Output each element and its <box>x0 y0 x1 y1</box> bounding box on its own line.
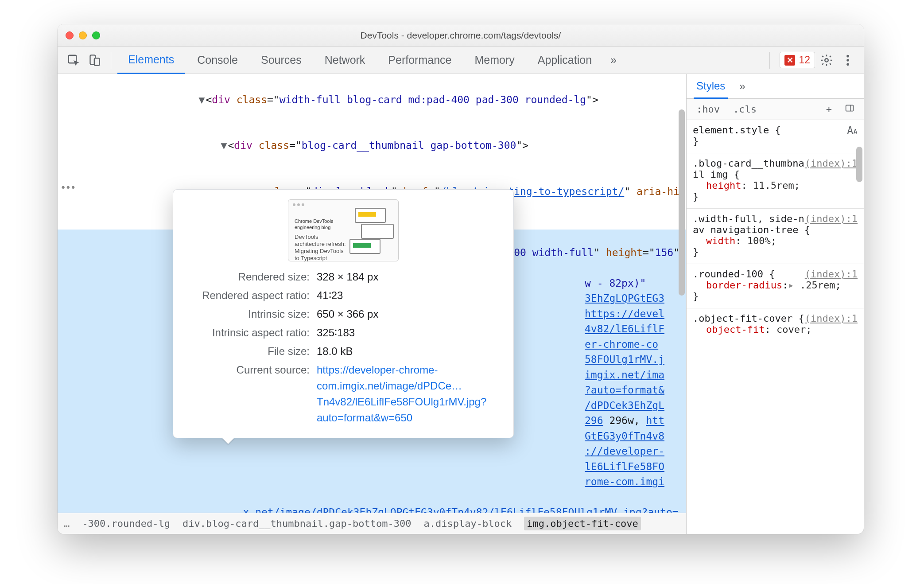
more-options-icon[interactable] <box>838 51 858 70</box>
styles-scrollbar[interactable] <box>856 147 862 182</box>
dom-fragment: rome-com.imgi <box>58 474 686 490</box>
hov-toggle[interactable]: :hov <box>693 103 723 116</box>
new-rule-icon[interactable]: + <box>823 103 835 116</box>
settings-icon[interactable] <box>817 51 836 70</box>
current-source-link[interactable]: https://developer-chrome-com.imgix.net/i… <box>317 364 486 424</box>
styles-tabs-overflow-icon[interactable]: » <box>737 74 748 98</box>
style-rule[interactable]: (index):1 .object-fit-cover { object-fit… <box>687 308 864 341</box>
dom-tree[interactable]: ••• ▼<div class="width-full blog-card md… <box>58 74 686 513</box>
toolbar-separator <box>769 52 770 69</box>
rule-source-link[interactable]: (index):1 <box>805 158 858 169</box>
svg-point-6 <box>846 63 849 66</box>
styles-tabs: Styles » <box>687 74 864 99</box>
svg-point-4 <box>846 55 849 57</box>
thumbnail-preview: Chrome DevTools engineering blog DevTool… <box>288 199 399 261</box>
device-toolbar-icon[interactable] <box>85 51 105 70</box>
rendered-size-row: Rendered size:328 × 184 px <box>186 268 501 286</box>
file-size-row: File size:18.0 kB <box>186 342 501 361</box>
tab-styles[interactable]: Styles <box>694 74 728 99</box>
error-icon: ✕ <box>784 55 795 66</box>
image-hover-tooltip: Chrome DevTools engineering blog DevTool… <box>173 189 514 438</box>
breadcrumb-item[interactable]: div.blog-card__thumbnail.gap-bottom-300 <box>182 518 412 529</box>
style-rule[interactable]: (index):1 .width-full, side-nav navigati… <box>687 209 864 264</box>
tabs-overflow-icon[interactable]: » <box>604 47 623 74</box>
breadcrumb-item[interactable]: a.display-block <box>424 518 512 529</box>
devtools-toolbar: Elements Console Sources Network Perform… <box>58 47 864 74</box>
svg-point-5 <box>846 59 849 62</box>
rendered-aspect-row: Rendered aspect ratio:41∶23 <box>186 286 501 305</box>
svg-rect-2 <box>94 58 100 65</box>
dom-scrollbar[interactable] <box>679 109 685 296</box>
cls-toggle[interactable]: .cls <box>730 103 760 116</box>
thumb-subtitle: DevTools architecture refresh: Migrating… <box>295 234 348 262</box>
styles-toolbar: :hov .cls + <box>687 99 864 120</box>
tab-console[interactable]: Console <box>186 47 248 74</box>
console-errors-badge[interactable]: ✕ 12 <box>780 52 815 68</box>
tab-memory[interactable]: Memory <box>464 47 525 74</box>
styles-rules[interactable]: AA element.style { } (index):1 .blog-car… <box>687 120 864 534</box>
elements-panel: ••• ▼<div class="width-full blog-card md… <box>58 74 687 534</box>
tab-performance[interactable]: Performance <box>377 47 462 74</box>
tab-network[interactable]: Network <box>314 47 376 74</box>
toolbar-separator <box>111 52 111 69</box>
dom-breadcrumbs: … -300.rounded-lg div.blog-card__thumbna… <box>58 513 686 534</box>
minimize-window-button[interactable] <box>79 31 87 39</box>
tab-application[interactable]: Application <box>527 47 602 74</box>
devtools-body: ••• ▼<div class="width-full blog-card md… <box>58 74 864 534</box>
selection-marker-icon: ••• <box>60 180 75 195</box>
intrinsic-aspect-row: Intrinsic aspect ratio:325∶183 <box>186 323 501 342</box>
dom-fragment: x.net/image/dPDCek3EhZgLQPGtEG3y0fTn4v82… <box>58 490 686 513</box>
close-window-button[interactable] <box>66 31 74 39</box>
panel-tabs: Elements Console Sources Network Perform… <box>117 47 763 74</box>
intrinsic-size-row: Intrinsic size:650 × 366 px <box>186 305 501 323</box>
tooltip-caret-icon <box>222 438 234 444</box>
svg-rect-7 <box>846 105 854 111</box>
devtools-window: DevTools - developer.chrome.com/tags/dev… <box>58 24 864 534</box>
style-rule[interactable]: (index):1 .blog-card__thumbnail img { he… <box>687 153 864 209</box>
font-size-icon[interactable]: AA <box>847 125 858 137</box>
dom-node[interactable]: ▼<div class="blog-card__thumbnail gap-bo… <box>58 123 686 169</box>
toggle-sidebar-icon[interactable] <box>842 103 858 116</box>
tab-elements[interactable]: Elements <box>117 47 185 74</box>
dom-fragment: lE6LiflFe58FO <box>58 459 686 475</box>
style-rule-element[interactable]: AA element.style { } <box>687 120 864 153</box>
window-title: DevTools - developer.chrome.com/tags/dev… <box>58 30 864 41</box>
dom-fragment: ://developer- <box>58 444 686 459</box>
thumb-title: Chrome DevTools engineering blog <box>295 218 348 231</box>
rule-source-link[interactable]: (index):1 <box>805 213 858 224</box>
rule-source-link[interactable]: (index):1 <box>805 269 858 280</box>
breadcrumb-overflow-icon[interactable]: … <box>64 518 70 529</box>
styles-panel: Styles » :hov .cls + AA element.style { … <box>687 74 864 534</box>
dom-node[interactable]: ▼<div class="width-full blog-card md:pad… <box>58 77 686 123</box>
breadcrumb-item[interactable]: -300.rounded-lg <box>82 518 170 529</box>
window-controls <box>66 31 100 39</box>
style-rule[interactable]: (index):1 .rounded-100 { border-radius:▸… <box>687 264 864 308</box>
inspect-element-icon[interactable] <box>64 51 83 70</box>
window-titlebar: DevTools - developer.chrome.com/tags/dev… <box>58 24 864 47</box>
rule-source-link[interactable]: (index):1 <box>805 313 858 324</box>
zoom-window-button[interactable] <box>92 31 100 39</box>
breadcrumb-item-active[interactable]: img.object-fit-cove <box>524 517 641 530</box>
svg-point-3 <box>825 58 828 62</box>
current-source-row: Current source:https://developer-chrome-… <box>186 361 501 427</box>
error-count: 12 <box>799 54 810 66</box>
tab-sources[interactable]: Sources <box>250 47 312 74</box>
